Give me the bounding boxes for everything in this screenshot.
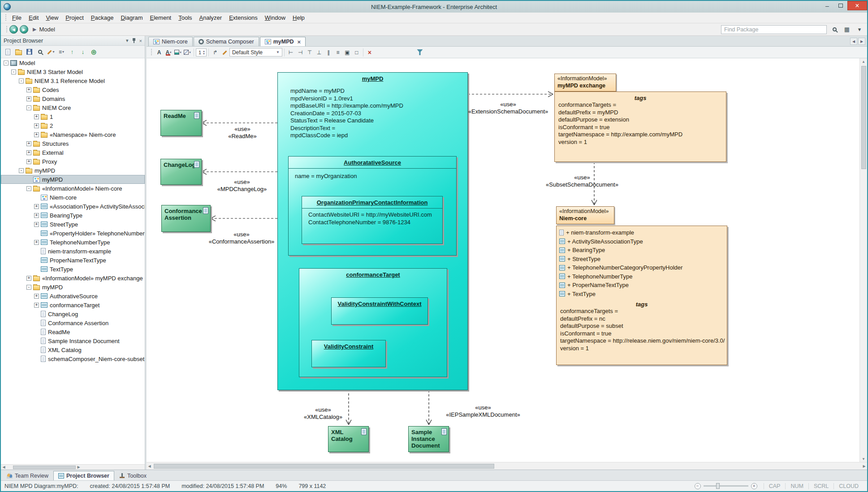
artifact-changelog[interactable]: ChangeLog [160,159,202,185]
tree-item[interactable]: +conformanceTarget [1,300,145,309]
tree-item[interactable]: ReadMe [1,327,145,336]
tree-item[interactable]: +Proxy [1,157,145,166]
zoom-slider[interactable] [704,485,748,487]
model-item[interactable]: + TextType [557,290,727,299]
connector-label-iep-sample[interactable]: «use»«IEPSampleXMLDocument» [446,404,520,418]
options-dropdown-icon[interactable]: ≡▾ [56,47,66,57]
tree-item[interactable]: -NIEM 3.1 Reference Model [1,76,145,85]
expand-icon[interactable]: + [34,114,39,119]
save-icon[interactable] [24,47,34,57]
search-icon[interactable] [829,25,839,34]
expand-icon[interactable]: + [34,303,39,308]
tab-scroll-left-icon[interactable]: ◀ [850,38,857,45]
connector-label-changelog[interactable]: «use»«MPDChangeLog» [217,179,267,193]
tree-item[interactable]: +AuthorativeSource [1,292,145,300]
move-up-icon[interactable]: ↑ [67,47,77,57]
expand-icon[interactable]: + [26,141,31,146]
forward-button[interactable]: ▶ [20,25,28,34]
connector-label-conformance[interactable]: «use»«ConformanceAssertion» [209,231,275,245]
zoom-in-button[interactable]: + [751,483,757,489]
scroll-right-icon[interactable]: ▶ [76,465,82,469]
expand-icon[interactable]: + [34,123,39,128]
model-niemcore-tab[interactable]: «InformationModel» Niem-core [556,206,614,224]
tree-item[interactable]: niem-transform-example [1,247,145,256]
expand-icon[interactable]: + [26,159,31,164]
tree-item[interactable]: -NIEM 3 Starter Model [1,67,145,76]
tree-item[interactable]: -myMPD [1,166,145,175]
scroll-up-icon[interactable]: ▲ [861,58,867,65]
model-item[interactable]: + niem-transform-example [557,228,727,237]
tree-item[interactable]: -NIEM Core [1,103,145,112]
tree-item[interactable]: +StreetType [1,220,145,229]
artifact-sample-instance[interactable]: Sample Instance Document [408,426,449,452]
expand-icon[interactable]: + [34,204,39,209]
same-size-button[interactable]: ▣ [343,48,352,57]
filter-button[interactable] [415,48,424,57]
artifact-readme[interactable]: ReadMe [160,110,202,136]
expand-icon[interactable]: + [34,213,39,218]
tree-item[interactable]: +Domains [1,94,145,103]
pin-icon[interactable] [132,38,136,44]
menu-item[interactable]: Edit [25,13,42,22]
collapse-icon[interactable]: - [4,61,9,65]
model-item[interactable]: + TelephoneNumberType [557,272,727,281]
model-item[interactable]: + ProperNameTextType [557,281,727,290]
align-bottom-button[interactable]: ⊥ [315,48,324,57]
model-mympd-exchange-body[interactable]: tags conformanceTargets = defaultPrefix … [554,91,726,162]
menu-item[interactable]: Window [261,13,289,22]
scroll-left-icon[interactable]: ◀ [1,465,7,469]
connector-label-subset[interactable]: «use»«SubsetSchemaDocument» [546,174,618,188]
model-item[interactable]: + ActivitySiteAssociationType [557,237,727,246]
expand-icon[interactable]: + [34,132,39,137]
menu-item[interactable]: View [42,13,62,22]
expand-icon[interactable]: + [34,222,39,227]
collapse-icon[interactable]: - [26,186,31,191]
expand-icon[interactable]: + [26,87,31,92]
tree-item[interactable]: TextType [1,265,145,274]
delete-from-diagram-button[interactable]: × [365,48,374,57]
bottom-tab-team-review[interactable]: Team Review [2,471,53,480]
find-package-input[interactable] [721,25,827,34]
panel-close-icon[interactable]: × [139,38,142,44]
scroll-right-icon[interactable]: ▶ [861,464,867,468]
align-top-button[interactable]: ⊤ [305,48,314,57]
autosize-button[interactable]: □ [352,48,361,57]
connector-label-extension[interactable]: «use»«ExtensionSchemaDocument» [468,101,548,115]
artifact-conformance-assertion[interactable]: Conformance Assertion [161,205,211,232]
menu-item[interactable]: Package [87,13,117,22]
menu-item[interactable]: Extensions [225,13,261,22]
space-horizontal-button[interactable]: ∥ [324,48,333,57]
tree-item[interactable]: +«InformationModel» myMPD exchange [1,274,145,283]
refresh-icon[interactable]: ◎ [89,47,99,57]
document-tab-niem-core[interactable]: Niem-core [148,37,193,46]
panel-menu-icon[interactable]: ▾ [126,38,129,44]
collapse-icon[interactable]: - [19,78,24,83]
edit-dropdown-icon[interactable]: ▾ [46,47,56,57]
breadcrumb[interactable]: Model [39,26,55,33]
expand-icon[interactable]: + [26,276,31,281]
scroll-down-icon[interactable]: ▼ [861,456,867,462]
collapse-icon[interactable]: - [26,285,31,290]
connector-label-readme[interactable]: «use»«ReadMe» [228,126,257,140]
model-niemcore-body[interactable]: + niem-transform-example+ ActivitySiteAs… [556,226,727,365]
tree-item[interactable]: +TelephoneNumberType [1,238,145,247]
tree-item[interactable]: +1 [1,112,145,121]
model-item[interactable]: + StreetType [557,255,727,264]
tree-item[interactable]: +«AssociationType» ActivitySiteAssociati… [1,202,145,211]
tree-item[interactable]: -myMPD [1,283,145,292]
tree-item[interactable]: -«InformationModel» Niem-core [1,184,145,193]
bottom-tab-toolbox[interactable]: Toolbox [114,471,151,480]
menu-item[interactable]: Element [147,13,175,22]
model-item[interactable]: + BearingType [557,246,727,255]
line-color-button[interactable]: ▾ [183,48,192,57]
new-package-icon[interactable] [13,47,23,57]
scrollbar-thumb[interactable] [154,464,494,469]
new-document-icon[interactable] [3,47,13,57]
menu-item[interactable]: Project [62,13,87,22]
tree-item[interactable]: -Model [1,58,145,67]
align-left-button[interactable]: ⊢ [286,48,295,57]
collapse-icon[interactable]: - [26,105,31,110]
back-button[interactable]: ◀ [9,25,18,34]
tree-item[interactable]: +BearingType [1,211,145,220]
project-tree-hscrollbar[interactable]: ◀ ▶ [1,464,145,470]
